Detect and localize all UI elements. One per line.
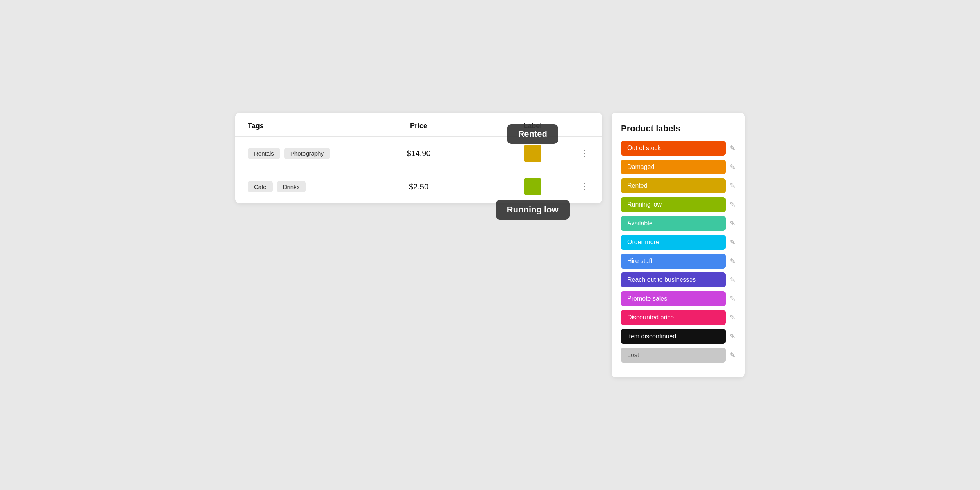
label-item: Promote sales✎ (621, 291, 735, 306)
label-chip: Hire staff (621, 254, 726, 269)
price-row2: $2.50 (362, 182, 476, 191)
label-item: Out of stock✎ (621, 141, 735, 156)
label-color-row1 (524, 145, 541, 162)
table-row: Cafe Drinks $2.50 Running low ⋮ (235, 170, 602, 203)
tag-cafe: Cafe (248, 181, 273, 192)
edit-label-icon[interactable]: ✎ (730, 351, 735, 359)
label-item: Reach out to businesses✎ (621, 272, 735, 287)
label-chip: Damaged (621, 160, 726, 174)
col-label: Label (475, 122, 590, 130)
label-chip: Lost (621, 348, 726, 363)
edit-label-icon[interactable]: ✎ (730, 332, 735, 341)
tag-photography: Photography (284, 148, 330, 159)
label-chip: Promote sales (621, 291, 726, 306)
label-chip: Out of stock (621, 141, 726, 156)
edit-label-icon[interactable]: ✎ (730, 257, 735, 265)
price-row1: $14.90 (362, 149, 476, 158)
edit-label-icon[interactable]: ✎ (730, 238, 735, 247)
tags-cell: Rentals Photography (248, 148, 362, 159)
label-item: Running low✎ (621, 197, 735, 212)
table-row: Rentals Photography $14.90 Rented ⋮ (235, 137, 602, 170)
label-chip: Discounted price (621, 310, 726, 325)
edit-label-icon[interactable]: ✎ (730, 276, 735, 284)
edit-label-icon[interactable]: ✎ (730, 144, 735, 152)
label-item: Lost✎ (621, 348, 735, 363)
labels-panel: Product labels Out of stock✎Damaged✎Rent… (612, 113, 745, 377)
row-menu-row2[interactable]: ⋮ (580, 181, 590, 192)
label-chip: Order more (621, 235, 726, 250)
label-chip: Item discontinued (621, 329, 726, 344)
row-menu-row1[interactable]: ⋮ (580, 148, 590, 158)
table-header: Tags Price Label (235, 113, 602, 137)
edit-label-icon[interactable]: ✎ (730, 163, 735, 171)
edit-label-icon[interactable]: ✎ (730, 219, 735, 228)
label-item: Damaged✎ (621, 160, 735, 174)
panel-title: Product labels (621, 123, 735, 134)
table-card: Tags Price Label Rentals Photography $14… (235, 113, 602, 203)
label-item: Discounted price✎ (621, 310, 735, 325)
label-chip: Available (621, 216, 726, 231)
page-wrapper: Tags Price Label Rentals Photography $14… (235, 113, 745, 377)
label-item: Hire staff✎ (621, 254, 735, 269)
label-item: Order more✎ (621, 235, 735, 250)
edit-label-icon[interactable]: ✎ (730, 181, 735, 190)
label-chip: Running low (621, 197, 726, 212)
col-tags: Tags (248, 122, 362, 130)
col-price: Price (362, 122, 476, 130)
edit-label-icon[interactable]: ✎ (730, 200, 735, 209)
label-cell-row1: Rented ⋮ (475, 145, 590, 162)
tag-rentals: Rentals (248, 148, 280, 159)
label-item: Available✎ (621, 216, 735, 231)
label-item: Item discontinued✎ (621, 329, 735, 344)
edit-label-icon[interactable]: ✎ (730, 313, 735, 322)
label-item: Rented✎ (621, 178, 735, 193)
tag-drinks: Drinks (277, 181, 306, 192)
edit-label-icon[interactable]: ✎ (730, 294, 735, 303)
label-color-row2 (524, 178, 541, 195)
label-chip: Rented (621, 178, 726, 193)
label-cell-row2: Running low ⋮ (475, 178, 590, 195)
labels-list: Out of stock✎Damaged✎Rented✎Running low✎… (621, 141, 735, 363)
tooltip-running-low: Running low (496, 200, 570, 220)
tags-cell-row2: Cafe Drinks (248, 181, 362, 192)
label-chip: Reach out to businesses (621, 272, 726, 287)
